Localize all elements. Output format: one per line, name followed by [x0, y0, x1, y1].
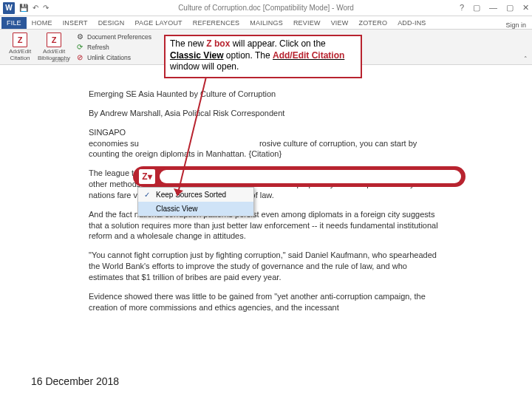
- quick-access-toolbar: 💾 ↶ ↷: [19, 4, 49, 12]
- footer-date: 16 December 2018: [31, 375, 119, 387]
- tab-zotero[interactable]: ZOTERO: [353, 17, 392, 29]
- add-edit-citation-button[interactable]: Z Add/Edit Citation: [3, 31, 37, 64]
- tab-references[interactable]: REFERENCES: [188, 17, 245, 29]
- unlink-citations-button[interactable]: ⊘ Unlink Citations: [75, 52, 151, 63]
- minimize-icon[interactable]: —: [489, 3, 497, 13]
- instruction-callout: The new Z box will appear. Click on the …: [164, 35, 362, 78]
- window-title: Culture of Corruption.doc [Compatibility…: [178, 4, 354, 12]
- ribbon-group-label: Zotero: [52, 57, 69, 64]
- callout-text3: option. The: [224, 50, 273, 61]
- undo-icon[interactable]: ↶: [33, 4, 38, 12]
- zotero-bib-icon: Z: [47, 33, 61, 47]
- zotero-citation-icon: Z: [13, 33, 27, 47]
- add-edit-citation-label2: Citation: [10, 55, 30, 62]
- refresh-button[interactable]: ⟳ Refresh: [75, 42, 151, 52]
- doc-frag: oreign diplomats in Manhattan. {Citation…: [135, 149, 282, 158]
- document-preferences-label: Document Preferences: [87, 33, 151, 41]
- menu-classic-label: Classic View: [156, 205, 198, 213]
- refresh-icon: ⟳: [75, 43, 84, 52]
- doc-para-5: Evidence showed there was little to be g…: [89, 291, 443, 313]
- tab-page-layout[interactable]: PAGE LAYOUT: [129, 17, 187, 29]
- check-icon: ✓: [144, 191, 151, 199]
- doc-title: Emerging SE Asia Haunted by Culture of C…: [89, 89, 443, 100]
- zotero-dropdown-menu: ✓ Keep Sources Sorted Classic View: [137, 187, 254, 216]
- tab-addins[interactable]: ADD-INS: [392, 17, 431, 29]
- zotero-z-icon[interactable]: Z▾: [139, 169, 155, 184]
- doc-para-4: "You cannot fight corruption just by fig…: [89, 250, 443, 283]
- save-icon[interactable]: 💾: [19, 4, 28, 12]
- ribbon-display-icon[interactable]: ▢: [473, 3, 480, 13]
- word-icon: W: [3, 2, 15, 14]
- ribbon-tabs: FILE HOME INSERT DESIGN PAGE LAYOUT REFE…: [0, 16, 532, 30]
- collapse-ribbon-icon[interactable]: ˄: [524, 55, 528, 63]
- tab-home[interactable]: HOME: [27, 17, 58, 29]
- document-preferences-button[interactable]: ⚙ Document Preferences: [75, 32, 151, 42]
- help-icon[interactable]: ?: [460, 3, 464, 13]
- menu-keep-label: Keep Sources Sorted: [156, 191, 226, 199]
- redo-icon[interactable]: ↷: [43, 4, 49, 12]
- callout-zbox: Z box: [206, 38, 230, 49]
- gear-icon: ⚙: [75, 33, 84, 41]
- unlink-label: Unlink Citations: [87, 54, 131, 61]
- unlink-icon: ⊘: [75, 53, 84, 62]
- doc-frag: economies su: [89, 139, 139, 148]
- callout-text2: will appear. Click on the: [230, 38, 325, 49]
- callout-classic: Classic View: [170, 50, 224, 61]
- callout-text4: window will open.: [170, 61, 239, 72]
- tab-insert[interactable]: INSERT: [58, 17, 93, 29]
- doc-frag: SINGAPO: [89, 128, 126, 137]
- doc-para-1: SINGAPO economies su rosive culture of c…: [89, 127, 443, 160]
- menu-classic-view[interactable]: Classic View: [138, 202, 253, 216]
- tab-view[interactable]: VIEW: [326, 17, 354, 29]
- refresh-label: Refresh: [87, 44, 109, 51]
- zotero-search-input[interactable]: [160, 170, 461, 183]
- restore-icon[interactable]: ▢: [506, 3, 514, 13]
- tab-review[interactable]: REVIEW: [288, 17, 326, 29]
- doc-byline: By Andrew Marshall, Asia Political Risk …: [89, 108, 443, 119]
- tab-file[interactable]: FILE: [1, 17, 27, 29]
- callout-addeditcit: Add/Edit Citation: [273, 50, 344, 61]
- tab-mailings[interactable]: MAILINGS: [245, 17, 288, 29]
- sign-in-link[interactable]: Sign in: [505, 21, 526, 29]
- callout-text: The new: [170, 38, 206, 49]
- close-icon[interactable]: ✕: [522, 3, 529, 13]
- document-body: Emerging SE Asia Haunted by Culture of C…: [37, 74, 495, 369]
- zotero-quick-citation-bar[interactable]: Z▾: [133, 166, 466, 187]
- menu-keep-sources-sorted[interactable]: ✓ Keep Sources Sorted: [138, 188, 253, 202]
- tab-design[interactable]: DESIGN: [93, 17, 130, 29]
- titlebar: W 💾 ↶ ↷ Culture of Corruption.doc [Compa…: [0, 0, 532, 16]
